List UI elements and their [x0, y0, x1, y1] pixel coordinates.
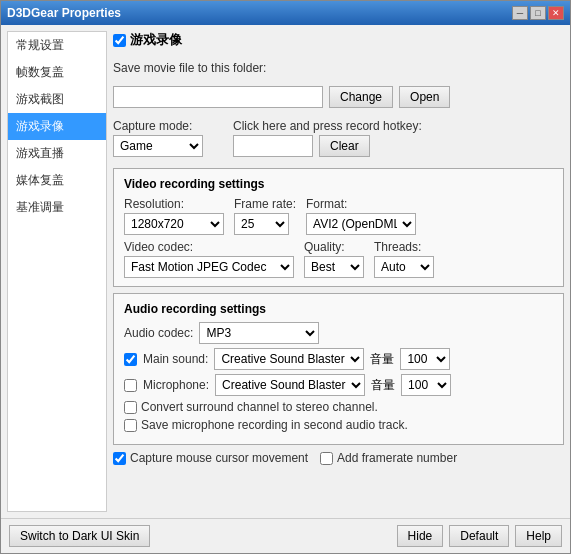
framerate-group: Frame rate: 25	[234, 197, 296, 235]
microphone-row: Microphone: Creative Sound Blaster PCI 音…	[124, 374, 553, 396]
bottom-left: Switch to Dark UI Skin	[9, 525, 150, 547]
enable-recording-label: 游戏录像	[130, 31, 182, 49]
audio-settings-title: Audio recording settings	[124, 302, 553, 316]
microphone-checkbox[interactable]	[124, 379, 137, 392]
codec-select[interactable]: Fast Motion JPEG Codec	[124, 256, 294, 278]
main-sound-select[interactable]: Creative Sound Blaster PCI	[214, 348, 364, 370]
save-microphone-row: Save microphone recording in second audi…	[124, 418, 553, 432]
resolution-group: Resolution: 1280x720	[124, 197, 224, 235]
save-folder-label: Save movie file to this folder:	[113, 61, 266, 75]
save-folder-input[interactable]: d:\Backup\Documents\My Videos	[113, 86, 323, 108]
sidebar-item-1[interactable]: 帧数复盖	[8, 59, 106, 86]
quality-select[interactable]: Best	[304, 256, 364, 278]
help-button[interactable]: Help	[515, 525, 562, 547]
title-bar-buttons: ─ □ ✕	[512, 6, 564, 20]
main-sound-row: Main sound: Creative Sound Blaster PCI 音…	[124, 348, 553, 370]
add-framerate-label: Add framerate number	[337, 451, 457, 465]
convert-surround-row: Convert surround channel to stereo chann…	[124, 400, 553, 414]
hotkey-group: Click here and press record hotkey: F8 C…	[233, 119, 422, 157]
framerate-label: Frame rate:	[234, 197, 296, 211]
hotkey-input-row: F8 Clear	[233, 135, 422, 157]
threads-group: Threads: Auto	[374, 240, 434, 278]
window-title: D3DGear Properties	[7, 6, 121, 20]
capture-mouse-checkbox[interactable]	[113, 452, 126, 465]
save-microphone-checkbox[interactable]	[124, 419, 137, 432]
save-microphone-label: Save microphone recording in second audi…	[141, 418, 408, 432]
save-folder-row: Save movie file to this folder:	[113, 61, 564, 75]
main-sound-volume-label: 音量	[370, 351, 394, 368]
microphone-select[interactable]: Creative Sound Blaster PCI	[215, 374, 365, 396]
format-select[interactable]: AVI2 (OpenDML)	[306, 213, 416, 235]
audio-codec-select[interactable]: MP3	[199, 322, 319, 344]
quality-group: Quality: Best	[304, 240, 364, 278]
audio-codec-row: Audio codec: MP3	[124, 322, 553, 344]
sidebar-item-4[interactable]: 游戏直播	[8, 140, 106, 167]
sidebar-item-5[interactable]: 媒体复盖	[8, 167, 106, 194]
close-button[interactable]: ✕	[548, 6, 564, 20]
enable-checkbox-row: 游戏录像	[113, 31, 564, 49]
main-sound-volume-select[interactable]: 100	[400, 348, 450, 370]
switch-skin-button[interactable]: Switch to Dark UI Skin	[9, 525, 150, 547]
default-button[interactable]: Default	[449, 525, 509, 547]
video-row1: Resolution: 1280x720 Frame rate: 25 Form…	[124, 197, 553, 235]
resolution-label: Resolution:	[124, 197, 224, 211]
bottom-bar: Switch to Dark UI Skin Hide Default Help	[1, 518, 570, 553]
quality-label: Quality:	[304, 240, 364, 254]
main-sound-label: Main sound:	[143, 352, 208, 366]
sidebar-item-2[interactable]: 游戏截图	[8, 86, 106, 113]
audio-codec-label: Audio codec:	[124, 326, 193, 340]
sidebar-item-3[interactable]: 游戏录像	[8, 113, 106, 140]
microphone-volume-select[interactable]: 100	[401, 374, 451, 396]
capture-mode-group: Capture mode: Game	[113, 119, 203, 157]
sidebar-item-6[interactable]: 基准调量	[8, 194, 106, 221]
hide-button[interactable]: Hide	[397, 525, 444, 547]
capture-mouse-label: Capture mouse cursor movement	[130, 451, 308, 465]
capture-extra-row: Capture mouse cursor movement Add framer…	[113, 451, 564, 465]
maximize-button[interactable]: □	[530, 6, 546, 20]
codec-group: Video codec: Fast Motion JPEG Codec	[124, 240, 294, 278]
add-framerate-pair: Add framerate number	[320, 451, 457, 465]
capture-mouse-pair: Capture mouse cursor movement	[113, 451, 308, 465]
codec-label: Video codec:	[124, 240, 294, 254]
video-settings-box: Video recording settings Resolution: 128…	[113, 168, 564, 287]
main-window: D3DGear Properties ─ □ ✕ 常规设置帧数复盖游戏截图游戏录…	[0, 0, 571, 554]
video-row2: Video codec: Fast Motion JPEG Codec Qual…	[124, 240, 553, 278]
capture-mode-label: Capture mode:	[113, 119, 203, 133]
main-panel: 游戏录像 Save movie file to this folder: d:\…	[113, 31, 564, 512]
clear-button[interactable]: Clear	[319, 135, 370, 157]
audio-settings-box: Audio recording settings Audio codec: MP…	[113, 293, 564, 445]
threads-select[interactable]: Auto	[374, 256, 434, 278]
save-folder-input-row: d:\Backup\Documents\My Videos Change Ope…	[113, 86, 564, 108]
content-area: 常规设置帧数复盖游戏截图游戏录像游戏直播媒体复盖基准调量 游戏录像 Save m…	[1, 25, 570, 518]
open-button[interactable]: Open	[399, 86, 450, 108]
format-group: Format: AVI2 (OpenDML)	[306, 197, 416, 235]
video-settings-title: Video recording settings	[124, 177, 553, 191]
sidebar: 常规设置帧数复盖游戏截图游戏录像游戏直播媒体复盖基准调量	[7, 31, 107, 512]
add-framerate-checkbox[interactable]	[320, 452, 333, 465]
main-sound-checkbox[interactable]	[124, 353, 137, 366]
resolution-select[interactable]: 1280x720	[124, 213, 224, 235]
hotkey-input[interactable]: F8	[233, 135, 313, 157]
sidebar-item-0[interactable]: 常规设置	[8, 32, 106, 59]
hotkey-label: Click here and press record hotkey:	[233, 119, 422, 133]
threads-label: Threads:	[374, 240, 434, 254]
bottom-right: Hide Default Help	[397, 525, 562, 547]
format-label: Format:	[306, 197, 416, 211]
enable-recording-checkbox[interactable]	[113, 34, 126, 47]
convert-surround-checkbox[interactable]	[124, 401, 137, 414]
framerate-select[interactable]: 25	[234, 213, 289, 235]
minimize-button[interactable]: ─	[512, 6, 528, 20]
microphone-volume-label: 音量	[371, 377, 395, 394]
microphone-label: Microphone:	[143, 378, 209, 392]
convert-surround-label: Convert surround channel to stereo chann…	[141, 400, 378, 414]
capture-hotkey-row: Capture mode: Game Click here and press …	[113, 119, 564, 157]
title-bar: D3DGear Properties ─ □ ✕	[1, 1, 570, 25]
capture-mode-select[interactable]: Game	[113, 135, 203, 157]
change-button[interactable]: Change	[329, 86, 393, 108]
